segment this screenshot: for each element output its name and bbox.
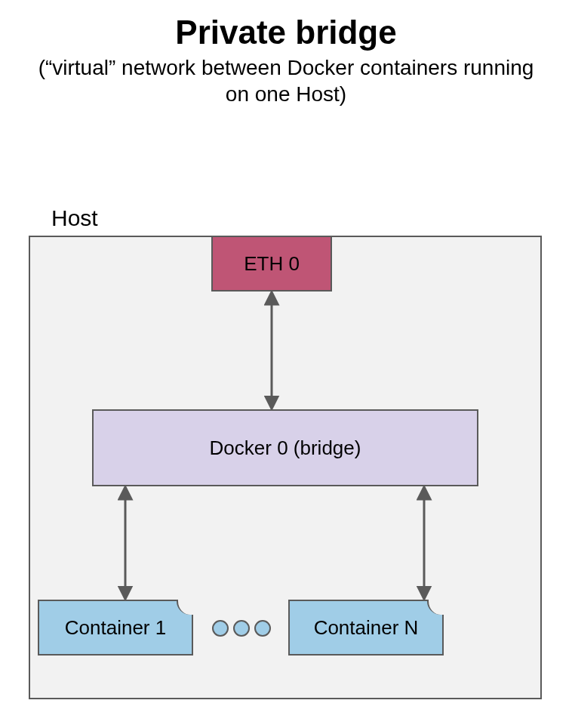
arrow-bridge-container1 [124,486,127,600]
container-1-node: Container 1 [38,600,193,656]
container-n-label: Container N [314,616,419,640]
eth0-node: ETH 0 [211,236,332,292]
docker-bridge-node: Docker 0 (bridge) [92,409,478,486]
diagram-title: Private bridge [0,14,572,51]
docker-bridge-label: Docker 0 (bridge) [210,436,361,460]
diagram-subtitle: (“virtual” network between Docker contai… [0,54,572,107]
container-1-label: Container 1 [65,616,166,640]
arrow-eth-bridge [270,292,273,409]
arrow-bridge-containerN [423,486,426,600]
container-n-node: Container N [288,600,444,656]
ellipsis-icon [204,613,279,643]
eth0-label: ETH 0 [244,252,300,276]
host-label: Host [51,205,98,231]
